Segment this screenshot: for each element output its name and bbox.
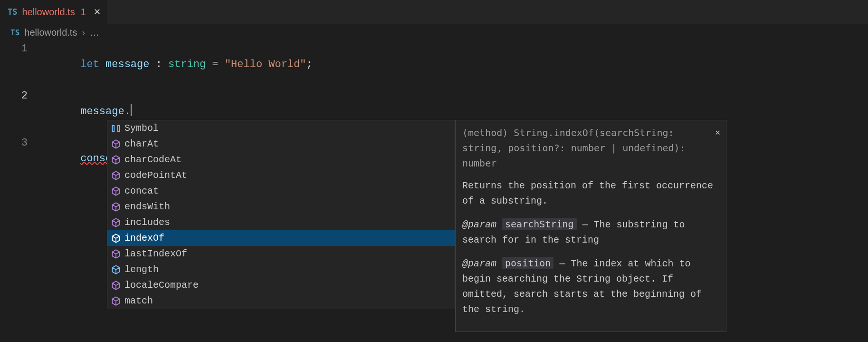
suggestion-item[interactable]: length — [107, 262, 455, 277]
suggestion-popup[interactable]: SymbolcharAtcharCodeAtcodePointAtconcate… — [107, 120, 455, 309]
editor-tab[interactable]: TS helloworld.ts 1 ✕ — [0, 0, 107, 24]
method-icon — [111, 296, 121, 306]
suggestion-item[interactable]: Symbol — [107, 120, 455, 136]
variable-icon — [111, 124, 121, 133]
suggestion-label: endsWith — [124, 199, 170, 215]
suggestion-item[interactable]: charAt — [107, 136, 455, 152]
identifier: message — [105, 59, 149, 70]
suggestion-item[interactable]: indexOf — [107, 230, 455, 246]
suggestion-label: lastIndexOf — [124, 246, 187, 262]
suggestion-item[interactable]: match — [107, 293, 455, 309]
suggestion-item[interactable]: includes — [107, 215, 455, 230]
method-icon — [111, 249, 121, 259]
string-literal: "Hello World" — [225, 59, 306, 70]
method-icon — [111, 139, 121, 149]
line-number: 3 — [0, 135, 43, 182]
method-icon — [111, 186, 121, 196]
suggestion-item[interactable]: codePointAt — [107, 167, 455, 183]
suggestion-label: length — [124, 262, 159, 277]
method-signature: (method) String.indexOf(searchString: st… — [462, 125, 719, 171]
suggestion-label: codePointAt — [124, 167, 187, 183]
ts-file-icon: TS — [10, 28, 19, 37]
line-number: 1 — [0, 41, 43, 88]
text-cursor — [131, 104, 132, 116]
line-number: 2 — [0, 88, 43, 135]
suggestion-item[interactable]: localeCompare — [107, 277, 455, 293]
suggestion-label: concat — [124, 183, 159, 199]
suggestion-label: Symbol — [124, 120, 159, 136]
chevron-right-icon: › — [82, 27, 85, 38]
suggestion-item[interactable]: endsWith — [107, 199, 455, 215]
svg-rect-1 — [118, 125, 120, 131]
documentation-panel: ✕ (method) String.indexOf(searchString: … — [455, 120, 726, 332]
param-name: searchString — [502, 218, 577, 230]
breadcrumb-file: helloworld.ts — [24, 27, 77, 38]
doc-summary: Returns the position of the first occurr… — [462, 178, 719, 209]
tab-filename: helloworld.ts — [22, 7, 75, 18]
code-line[interactable]: let message : string = "Hello World"; — [43, 41, 313, 88]
svg-rect-0 — [113, 125, 114, 131]
method-icon — [111, 218, 121, 227]
suggestion-item[interactable]: charCodeAt — [107, 152, 455, 167]
suggestion-item[interactable]: concat — [107, 183, 455, 199]
method-icon — [111, 234, 121, 243]
field-icon — [111, 265, 121, 274]
ts-file-icon: TS — [8, 7, 17, 17]
suggestion-item[interactable]: lastIndexOf — [107, 246, 455, 262]
suggestion-label: charCodeAt — [124, 152, 181, 167]
doc-param: @param position — The index at which to … — [462, 255, 719, 317]
doc-param: @param searchString — The substring to s… — [462, 216, 719, 248]
suggestion-label: localeCompare — [124, 277, 199, 293]
tab-dirty-indicator: 1 — [81, 7, 86, 18]
tab-bar: TS helloworld.ts 1 ✕ — [0, 0, 868, 24]
identifier: message — [80, 106, 124, 117]
close-icon[interactable]: ✕ — [715, 125, 720, 140]
method-icon — [111, 202, 121, 212]
keyword: let — [80, 59, 99, 70]
suggestion-label: indexOf — [124, 230, 164, 246]
type: string — [168, 59, 206, 70]
suggestion-label: match — [124, 293, 153, 309]
suggestion-label: includes — [124, 215, 170, 230]
method-icon — [111, 155, 121, 165]
method-icon — [111, 281, 121, 290]
code-editor[interactable]: 1 let message : string = "Hello World"; … — [0, 41, 868, 182]
suggestion-label: charAt — [124, 136, 159, 152]
method-icon — [111, 171, 121, 180]
tab-close-icon[interactable]: ✕ — [94, 7, 101, 17]
breadcrumb-trail: … — [90, 27, 99, 38]
breadcrumb[interactable]: TS helloworld.ts › … — [0, 24, 868, 41]
param-name: position — [502, 257, 553, 269]
